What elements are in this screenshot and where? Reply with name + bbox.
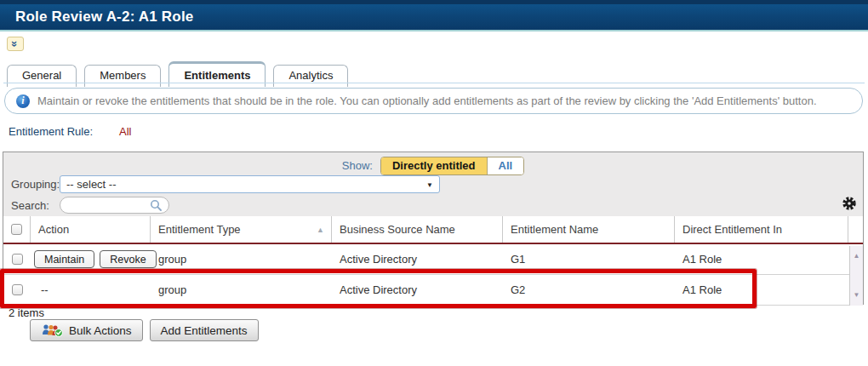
maintain-button[interactable]: Maintain xyxy=(34,250,94,268)
table-body: Maintain Revoke group Active Directory G… xyxy=(3,244,863,306)
bulk-actions-label: Bulk Actions xyxy=(69,324,132,337)
grid-toolbar: Show: Directly entitled All Grouping: --… xyxy=(3,152,863,216)
select-all-checkbox[interactable] xyxy=(11,224,22,235)
show-toggle-group: Directly entitled All xyxy=(380,157,524,175)
direct-entitlement-cell: A1 Role xyxy=(675,244,848,274)
caret-down-icon: ▼ xyxy=(426,181,433,189)
scroll-down-icon[interactable]: ▼ xyxy=(854,292,860,299)
column-header-entitlement-type[interactable]: Entitlement Type ▲ xyxy=(151,216,332,243)
window-title-bar: Role Review A-2: A1 Role xyxy=(0,0,868,31)
row-checkbox[interactable] xyxy=(12,254,23,265)
show-directly-entitled-button[interactable]: Directly entitled xyxy=(381,157,488,174)
revoke-button[interactable]: Revoke xyxy=(100,250,156,268)
info-banner: i Maintain or revoke the entitlements th… xyxy=(4,88,863,114)
direct-entitlement-cell: A1 Role xyxy=(675,275,848,305)
show-label: Show: xyxy=(342,159,373,172)
items-count: 2 items xyxy=(9,306,44,319)
collapse-panel-button[interactable]: » xyxy=(7,37,24,51)
entitlement-rule-label: Entitlement Rule: xyxy=(9,125,93,138)
search-icon[interactable] xyxy=(150,199,162,211)
grouping-row: Grouping: -- select -- ▼ xyxy=(3,174,863,196)
add-entitlements-button[interactable]: Add Entitlements xyxy=(150,319,259,341)
table-row-g2[interactable]: -- group Active Directory G2 A1 Role xyxy=(3,275,849,306)
entitlements-grid: Show: Directly entitled All Grouping: --… xyxy=(3,152,864,305)
grouping-selected-value: -- select -- xyxy=(66,178,117,191)
scroll-up-icon[interactable]: ▲ xyxy=(854,253,860,260)
tab-general[interactable]: General xyxy=(7,65,77,87)
table-scrollbar[interactable]: ▲ ▼ xyxy=(849,246,863,306)
tab-strip-divider xyxy=(3,83,865,83)
entitlement-name-cell: G2 xyxy=(503,275,675,305)
show-all-button[interactable]: All xyxy=(488,157,524,174)
business-source-cell: Active Directory xyxy=(332,244,503,274)
table-row-g1[interactable]: Maintain Revoke group Active Directory G… xyxy=(3,244,849,275)
grouping-label: Grouping: xyxy=(11,178,60,191)
info-message: Maintain or revoke the entitlements that… xyxy=(37,94,817,107)
add-entitlements-label: Add Entitlements xyxy=(161,324,248,337)
select-all-cell xyxy=(3,216,31,243)
show-filter-row: Show: Directly entitled All xyxy=(3,152,863,174)
column-header-direct-entitlement-in[interactable]: Direct Entitlement In xyxy=(675,216,848,243)
business-source-cell: Active Directory xyxy=(332,275,503,305)
column-header-action[interactable]: Action xyxy=(31,216,151,243)
search-label: Search: xyxy=(11,199,49,212)
entitlement-type-cell: group xyxy=(151,244,332,274)
tab-members[interactable]: Members xyxy=(84,65,161,87)
grouping-select[interactable]: -- select -- ▼ xyxy=(60,175,440,193)
action-cell: -- xyxy=(31,275,151,305)
page-title: Role Review A-2: A1 Role xyxy=(0,9,193,26)
table-header-row: Action Entitlement Type ▲ Business Sourc… xyxy=(3,216,863,244)
row-checkbox[interactable] xyxy=(12,284,23,295)
sort-ascending-icon[interactable]: ▲ xyxy=(317,226,324,234)
action-cell: Maintain Revoke xyxy=(31,244,151,274)
footer-actions: Bulk Actions Add Entitlements xyxy=(30,319,259,341)
people-group-check-icon xyxy=(41,323,63,337)
tab-analytics[interactable]: Analytics xyxy=(273,65,348,87)
column-header-entitlement-name[interactable]: Entitlement Name xyxy=(503,216,675,243)
search-row: Search: xyxy=(3,196,863,216)
entitlement-rule-row: Entitlement Rule: All xyxy=(9,125,93,138)
entitlement-rule-value: All xyxy=(119,125,131,138)
double-chevron-down-icon: » xyxy=(9,40,20,46)
bulk-actions-button[interactable]: Bulk Actions xyxy=(30,319,143,341)
scrollbar-header-spacer xyxy=(848,216,862,243)
column-header-entitlement-type-label: Entitlement Type xyxy=(158,223,241,236)
column-header-business-source[interactable]: Business Source Name xyxy=(332,216,503,243)
entitlement-name-cell: G1 xyxy=(503,244,675,274)
gear-icon[interactable] xyxy=(842,196,857,211)
entitlement-type-cell: group xyxy=(151,275,332,305)
info-icon: i xyxy=(16,94,30,108)
